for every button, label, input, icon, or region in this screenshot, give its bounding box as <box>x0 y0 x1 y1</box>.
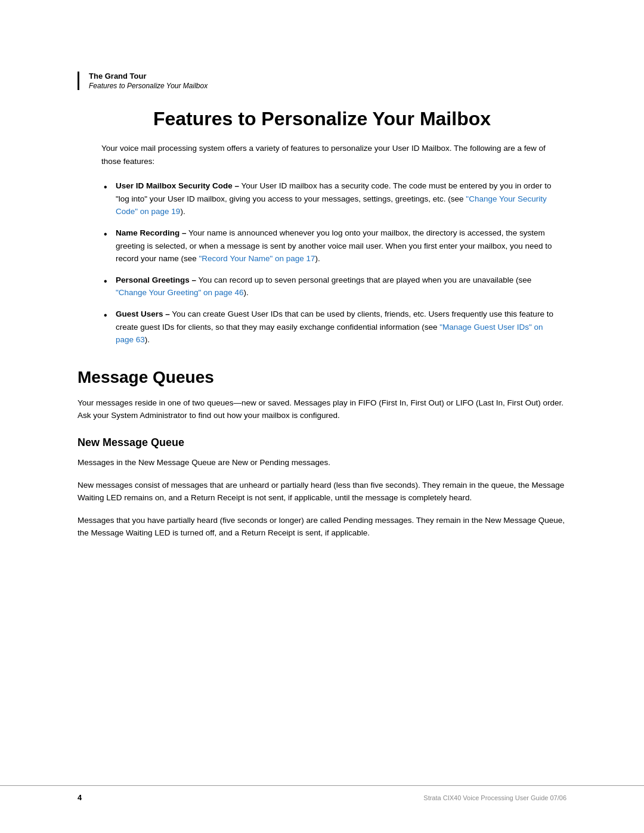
features-list: User ID Mailbox Security Code – Your Use… <box>101 179 555 346</box>
subsection-p3: Messages that you have partially heard (… <box>78 514 566 540</box>
list-item: Guest Users – You can create Guest User … <box>101 308 555 346</box>
section2-intro: Your messages reside in one of two queue… <box>78 397 566 422</box>
chapter-label: The Grand Tour <box>89 72 566 80</box>
footer-document-title: Strata CIX40 Voice Processing User Guide… <box>423 794 566 801</box>
header-section: The Grand Tour Features to Personalize Y… <box>78 72 566 90</box>
bullet-end-2: ). <box>315 254 320 263</box>
footer-page-number: 4 <box>78 793 82 802</box>
content-area: The Grand Tour Features to Personalize Y… <box>0 0 644 597</box>
subsection-p2: New messages consist of messages that ar… <box>78 479 566 504</box>
page-footer: 4 Strata CIX40 Voice Processing User Gui… <box>0 785 644 809</box>
chapter-subtitle: Features to Personalize Your Mailbox <box>89 82 566 90</box>
list-item: User ID Mailbox Security Code – Your Use… <box>101 179 555 218</box>
list-item: Personal Greetings – You can record up t… <box>101 274 555 299</box>
bullet-label-1: User ID Mailbox Security Code – <box>116 181 239 190</box>
subsection-title: New Message Queue <box>78 436 566 449</box>
bullet-end-3: ). <box>244 288 249 297</box>
bullet-end-1: ). <box>180 207 185 216</box>
list-item: Name Recording – Your name is announced … <box>101 227 555 265</box>
link-personal-greetings[interactable]: "Change Your Greeting" on page 46 <box>116 288 244 297</box>
page-title: Features to Personalize Your Mailbox <box>78 108 566 130</box>
bullet-label-3: Personal Greetings – <box>116 275 196 284</box>
section2-title: Message Queues <box>78 368 566 387</box>
subsection-p1: Messages in the New Message Queue are Ne… <box>78 456 566 469</box>
bullet-text-3: You can record up to seven personal gree… <box>199 275 532 284</box>
bullet-label-4: Guest Users – <box>116 309 170 318</box>
link-record-name[interactable]: "Record Your Name" on page 17 <box>199 254 315 263</box>
page: The Grand Tour Features to Personalize Y… <box>0 0 644 833</box>
bullet-label-2: Name Recording – <box>116 228 187 237</box>
intro-paragraph: Your voice mail processing system offers… <box>101 142 555 168</box>
bullet-end-4: ). <box>145 335 150 344</box>
